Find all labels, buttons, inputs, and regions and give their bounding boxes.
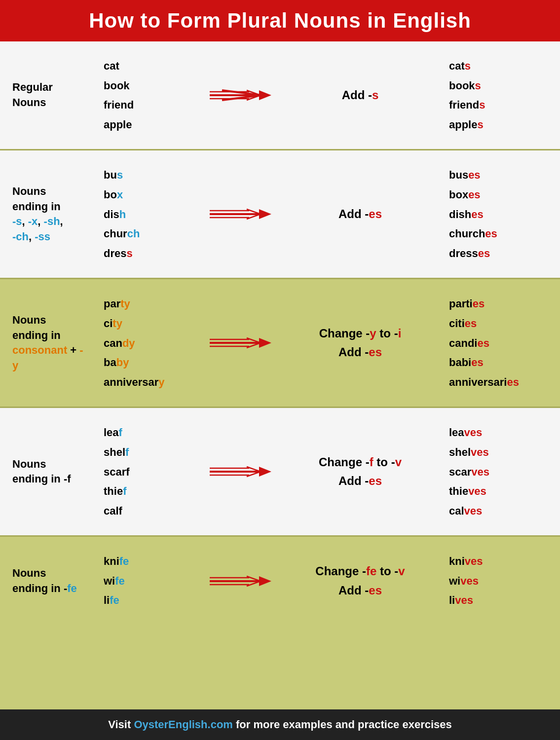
col-arrow-consonant-y [197, 279, 286, 407]
rule-text-ending-f: Change -f to -v Add -es [319, 453, 402, 491]
footer-site: OysterEnglish.com [134, 718, 233, 731]
rule-text-consonant-y: Change -y to -i Add -es [319, 324, 402, 362]
svg-marker-29 [259, 576, 271, 586]
plurals-ending-f: leaves shelves scarves thieves calves [449, 423, 489, 520]
row-consonant-y: Nounsending in consonant + -y party city… [0, 279, 560, 408]
col-examples-consonant-y: party city candy baby anniversary [99, 279, 197, 407]
page-wrapper: How to Form Plural Nouns in English Regu… [0, 0, 560, 740]
page-title: How to Form Plural Nouns in English [10, 9, 550, 33]
col-plurals-ending-fe: knives wives lives [434, 537, 560, 625]
row-regular: Regular Nouns catbookfriendapple [0, 41, 560, 150]
col-rule-ending-fe: Nounsending in -fe [0, 537, 99, 625]
row-sxshchss: Nounsending in -s, -x, -sh, -ch, -ss bus… [0, 150, 560, 279]
col-rule-text-ending-f: Change -f to -v Add -es [286, 408, 434, 535]
arrow-icon-ending-fe [207, 569, 276, 593]
col-arrow-regular [197, 41, 286, 149]
arrow-icon-ending-f [207, 459, 276, 484]
examples-ending-f: leaf shelf scarf thief calf [104, 423, 130, 520]
footer-text: Visit OysterEnglish.com for more example… [10, 718, 550, 731]
svg-marker-17 [259, 338, 271, 348]
page-footer: Visit OysterEnglish.com for more example… [0, 709, 560, 740]
rule-label-ending-fe: Nounsending in -fe [12, 566, 77, 596]
plurals-regular: cats books friends apples [449, 56, 485, 134]
col-rule-regular: Regular Nouns [0, 41, 99, 149]
plurals-consonant-y: parties cities candies babies anniversar… [449, 294, 519, 392]
examples-ending-fe: knife wife life [104, 552, 129, 610]
col-plurals-ending-f: leaves shelves scarves thieves calves [434, 408, 560, 535]
col-rule-text-consonant-y: Change -y to -i Add -es [286, 279, 434, 407]
col-rule-ending-f: Nounsending in -f [0, 408, 99, 535]
col-examples-sxshchss: bus box dish church dress [99, 150, 197, 278]
col-arrow-ending-fe [197, 537, 286, 625]
col-examples-ending-f: leaf shelf scarf thief calf [99, 408, 197, 535]
col-arrow-ending-f [197, 408, 286, 535]
row-ending-fe: Nounsending in -fe knife wife life [0, 537, 560, 625]
rule-text-ending-fe: Change -fe to -v Add -es [315, 562, 405, 600]
col-examples-ending-fe: knife wife life [99, 537, 197, 625]
rule-label-ending-f: Nounsending in -f [12, 457, 71, 487]
page-header: How to Form Plural Nouns in English [0, 0, 560, 41]
col-plurals-sxshchss: buses boxes dishes churches dresses [434, 150, 560, 278]
plurals-sxshchss: buses boxes dishes churches dresses [449, 165, 497, 263]
arrow-icon-regular [207, 83, 276, 108]
col-rule-text-sxshchss: Add -es [286, 150, 434, 278]
rule-label-sxshchss: Nounsending in -s, -x, -sh, -ch, -ss [12, 184, 63, 245]
col-rule-consonant-y: Nounsending in consonant + -y [0, 279, 99, 407]
rule-label-regular: Regular Nouns [12, 80, 89, 111]
svg-marker-23 [259, 467, 271, 477]
col-examples-regular: catbookfriendapple [99, 41, 197, 149]
col-rule-sxshchss: Nounsending in -s, -x, -sh, -ch, -ss [0, 150, 99, 278]
col-plurals-regular: cats books friends apples [434, 41, 560, 149]
examples-consonant-y: party city candy baby anniversary [104, 294, 165, 392]
svg-marker-5 [259, 90, 271, 100]
col-rule-text-regular: Add -s [286, 41, 434, 149]
examples-sxshchss: bus box dish church dress [104, 165, 140, 263]
col-plurals-consonant-y: parties cities candies babies anniversar… [434, 279, 560, 407]
arrow-icon-sxshchss [207, 202, 276, 226]
rule-label-consonant-y: Nounsending in consonant + -y [12, 313, 89, 373]
examples-regular: catbookfriendapple [104, 56, 134, 134]
col-rule-text-ending-fe: Change -fe to -v Add -es [286, 537, 434, 625]
row-ending-f: Nounsending in -f leaf shelf scarf thief… [0, 408, 560, 537]
rule-text-sxshchss: Add -es [338, 205, 382, 223]
plurals-ending-fe: knives wives lives [449, 552, 483, 610]
content-area: Regular Nouns catbookfriendapple [0, 41, 560, 709]
arrow-icon-consonant-y [207, 331, 276, 355]
svg-marker-11 [259, 209, 271, 219]
rule-text-regular: Add -s [342, 86, 379, 105]
col-arrow-sxshchss [197, 150, 286, 278]
